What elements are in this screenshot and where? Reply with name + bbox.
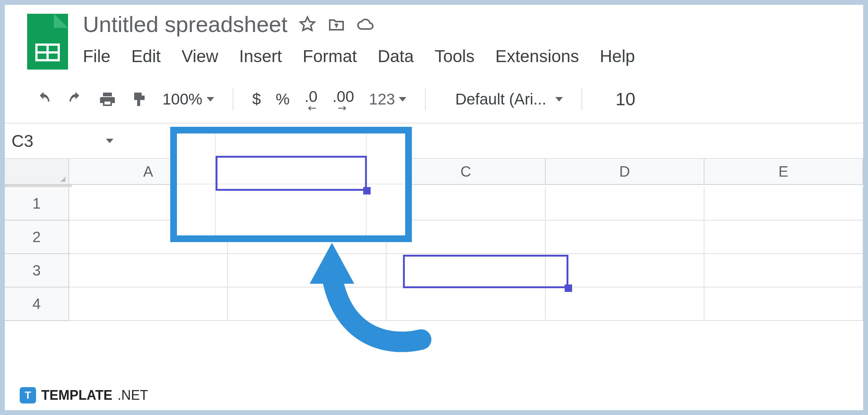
cell-d3[interactable] <box>546 254 704 287</box>
menu-tools[interactable]: Tools <box>435 46 474 66</box>
zoom-dropdown[interactable]: 100% <box>162 90 214 108</box>
row-header-3[interactable]: 3 <box>5 254 69 287</box>
sheets-logo-icon[interactable] <box>27 14 68 70</box>
row: 1 <box>5 187 863 221</box>
move-to-folder-icon[interactable] <box>327 16 345 33</box>
column-header-d[interactable]: D <box>546 159 704 184</box>
cell-e2[interactable] <box>704 221 863 254</box>
fill-handle[interactable] <box>565 284 572 292</box>
redo-icon[interactable] <box>67 90 84 108</box>
menu-bar: File Edit View Insert Format Data Tools … <box>83 46 852 66</box>
print-icon[interactable] <box>99 90 116 108</box>
formula-bar-row: C3 <box>5 123 863 159</box>
cell-a3[interactable] <box>69 254 228 287</box>
format-percent-button[interactable]: % <box>276 90 290 108</box>
chevron-down-icon <box>106 139 113 143</box>
cell-e4[interactable] <box>704 287 863 321</box>
cloud-status-icon[interactable] <box>356 16 374 33</box>
decrease-decimal-button[interactable]: .0 <box>304 88 317 111</box>
column-headers: A B C D E <box>5 159 863 185</box>
zoom-value: 100% <box>162 90 202 108</box>
cell-e1[interactable] <box>704 187 863 221</box>
menu-insert[interactable]: Insert <box>239 46 282 66</box>
separator <box>233 88 233 110</box>
header: Untitled spreadsheet File Edit View Inse… <box>5 5 863 70</box>
font-size-input[interactable]: 10 <box>616 89 635 109</box>
menu-edit[interactable]: Edit <box>131 46 161 66</box>
menu-extensions[interactable]: Extensions <box>496 46 579 66</box>
cell-d4[interactable] <box>546 287 704 321</box>
increase-decimal-button[interactable]: .00 <box>332 88 354 111</box>
menu-view[interactable]: View <box>181 46 218 66</box>
column-header-e[interactable]: E <box>704 159 863 184</box>
row: 4 <box>5 287 863 321</box>
menu-data[interactable]: Data <box>378 46 414 66</box>
rows: 1 2 3 <box>5 187 863 321</box>
watermark-badge-icon: T <box>20 387 36 403</box>
name-box-value: C3 <box>12 131 33 151</box>
name-box[interactable]: C3 <box>9 131 136 151</box>
undo-icon[interactable] <box>35 90 52 108</box>
row: 3 <box>5 254 863 287</box>
star-icon[interactable] <box>299 16 316 33</box>
tutorial-callout-magnifier <box>170 127 412 242</box>
title-area: Untitled spreadsheet File Edit View Inse… <box>83 12 852 66</box>
format-number-label: 123 <box>369 90 395 108</box>
row-header-2[interactable]: 2 <box>5 221 69 254</box>
chevron-down-icon <box>207 97 214 102</box>
menu-format[interactable]: Format <box>303 46 357 66</box>
chevron-down-icon <box>399 97 406 102</box>
separator <box>425 88 426 110</box>
spreadsheet-grid: A B C D E 1 2 <box>5 159 863 321</box>
font-family-dropdown[interactable]: Default (Ari... <box>455 90 563 108</box>
watermark-suffix: .NET <box>117 387 148 403</box>
row-header-1[interactable]: 1 <box>5 187 69 221</box>
watermark-brand: TEMPLATE <box>41 387 112 403</box>
cell-d1[interactable] <box>546 187 704 221</box>
format-currency-button[interactable]: $ <box>252 90 261 108</box>
row-header-4[interactable]: 4 <box>5 287 69 321</box>
font-family-label: Default (Ari... <box>455 90 546 108</box>
document-title[interactable]: Untitled spreadsheet <box>83 12 287 37</box>
format-number-dropdown[interactable]: 123 <box>369 90 406 108</box>
paint-format-icon[interactable] <box>130 90 148 108</box>
app-window: Untitled spreadsheet File Edit View Inse… <box>4 4 864 411</box>
cell-a4[interactable] <box>69 287 228 321</box>
tutorial-arrow-icon <box>299 235 432 358</box>
increase-decimal-label: .00 <box>332 88 354 106</box>
select-all-corner[interactable] <box>5 159 69 184</box>
menu-file[interactable]: File <box>83 46 110 66</box>
cell-e3[interactable] <box>704 254 863 287</box>
row: 2 <box>5 221 863 254</box>
decrease-decimal-label: .0 <box>304 88 317 106</box>
separator <box>581 88 582 110</box>
toolbar: 100% $ % .0 .00 123 Default (Ari... <box>5 70 863 123</box>
title-row: Untitled spreadsheet <box>83 12 852 37</box>
menu-help[interactable]: Help <box>600 46 635 66</box>
watermark: T TEMPLATE.NET <box>20 387 148 403</box>
chevron-down-icon <box>555 97 563 102</box>
cell-d2[interactable] <box>546 221 704 254</box>
